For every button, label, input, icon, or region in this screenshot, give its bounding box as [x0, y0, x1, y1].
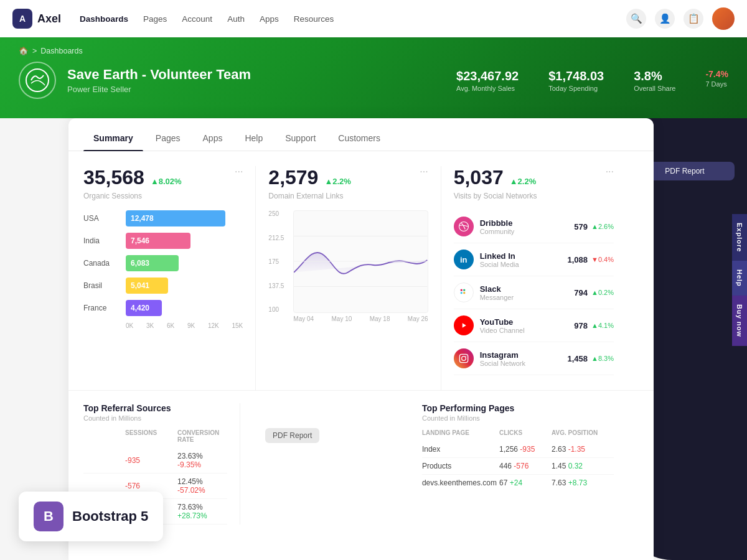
pages-subtitle: Counted in Millions [422, 414, 614, 422]
metric-menu-2[interactable]: ··· [420, 166, 428, 177]
breadcrumb-separator: > [32, 47, 37, 55]
bar-canada: 6,083 [126, 255, 179, 271]
bar-row: Brasil 5,041 [83, 278, 243, 294]
breadcrumb-current: Dashboards [40, 47, 82, 55]
hero-stats: $23,467.92 Avg. Monthly Sales $1,748.03 … [456, 69, 728, 92]
metric-organic-sessions: ··· 35,568 ▲8.02% Organic Sessions USA 1… [83, 166, 256, 390]
stat-7days: -7.4% 7 Days [705, 69, 728, 92]
organic-sessions-label: Organic Sessions [83, 192, 243, 200]
table-row: -935 23.63% -9.35% [83, 448, 227, 474]
organic-sessions-change: ▲8.02% [151, 177, 182, 186]
breadcrumb: 🏠 > Dashboards [19, 37, 728, 62]
stat-overall-share: 3.8% Overall Share [634, 69, 675, 92]
svg-rect-8 [463, 292, 465, 294]
bar-axis: 0K 3K 6K 9K 12K 15K [83, 322, 243, 329]
table-row: Products 446 -576 1.45 0.32 [422, 458, 614, 475]
team-logo [19, 62, 56, 99]
bar-row: USA 12,478 [83, 210, 243, 226]
hero-banner: 🏠 > Dashboards Save Earth - Volunteer Te… [0, 37, 747, 118]
nav-apps[interactable]: Apps [260, 12, 279, 26]
nav-auth[interactable]: Auth [227, 12, 245, 26]
brand-name: Axel [37, 12, 61, 26]
pdf-report-button[interactable]: PDF Report [265, 428, 319, 443]
home-icon[interactable]: 🏠 [19, 46, 29, 55]
brand[interactable]: A Axel [12, 9, 61, 29]
team-title: Save Earth - Volunteer Team [67, 67, 251, 83]
social-row-slack: Slack Messanger 794 ▲0.2% [454, 276, 614, 309]
nav-links: Dashboards Pages Account Auth Apps Resou… [80, 12, 626, 26]
bar-usa: 12,478 [126, 210, 225, 226]
metric-external-links: ··· 2,579 ▲2.2% Domain External Links 25… [268, 166, 441, 390]
hero-text: Save Earth - Volunteer Team Power Elite … [67, 67, 251, 94]
svg-point-11 [461, 357, 466, 361]
bar-row: India 7,546 [83, 233, 243, 249]
metrics-grid: ··· 35,568 ▲8.02% Organic Sessions USA 1… [68, 151, 654, 391]
external-links-change: ▲2.2% [324, 177, 351, 186]
table-row: Index 1,256 -935 2.63 -1.35 [422, 441, 614, 458]
notifications-button[interactable]: 👤 [655, 9, 675, 29]
explore-button[interactable]: Explore [732, 214, 747, 261]
slack-icon [454, 282, 474, 302]
bar-row: France 4,420 [83, 300, 243, 316]
tab-summary[interactable]: Summary [83, 128, 143, 151]
bootstrap-icon: B [34, 502, 63, 531]
referral-title: Top Referral Sources [83, 403, 227, 413]
team-subtitle: Power Elite Seller [67, 85, 251, 94]
social-row-dribbble: Dribbble Community 579 ▲2.6% [454, 210, 614, 243]
search-button[interactable]: 🔍 [626, 9, 646, 29]
external-links-label: Domain External Links [268, 192, 428, 200]
referral-subtitle: Counted in Millions [83, 414, 227, 422]
help-button[interactable]: Help [732, 261, 747, 296]
social-row-instagram: Instagram Social Network 1,458 ▲8.3% [454, 342, 614, 375]
instagram-icon [454, 348, 474, 368]
svg-marker-9 [462, 323, 466, 328]
tab-help[interactable]: Help [235, 128, 273, 151]
settings-button[interactable]: 📋 [684, 9, 703, 29]
bar-brasil: 5,041 [126, 278, 168, 294]
dribbble-icon [454, 217, 474, 236]
social-row-linkedin: in Linked In Social Media 1,088 ▼0.4% [454, 243, 614, 276]
social-networks-value: 5,037 [454, 166, 504, 189]
stat-today-spending: $1,748.03 Today Spending [548, 69, 604, 92]
tab-customers[interactable]: Customers [328, 128, 390, 151]
social-list: Dribbble Community 579 ▲2.6% in Linked I… [454, 210, 614, 375]
pdf-area: PDF Report [253, 403, 422, 525]
tab-bar: Summary Pages Apps Help Support Customer… [68, 118, 654, 151]
external-links-value: 2,579 [268, 166, 318, 189]
metric-menu-3[interactable]: ··· [606, 166, 614, 177]
top-pages-card: Top Performing Pages Counted in Millions… [422, 403, 626, 525]
table-row: devs.keenthemes.com 67 +24 7.63 +8.73 [422, 475, 614, 491]
nav-pages[interactable]: Pages [143, 12, 167, 26]
brand-icon: A [12, 9, 32, 29]
nav-account[interactable]: Account [182, 12, 212, 26]
tab-support[interactable]: Support [275, 128, 326, 151]
pages-title: Top Performing Pages [422, 403, 614, 413]
svg-point-12 [466, 356, 466, 357]
user-avatar[interactable] [712, 7, 735, 30]
bar-chart: USA 12,478 India 7,546 Canada [83, 210, 243, 329]
nav-dashboards[interactable]: Dashboards [80, 12, 128, 26]
tab-apps[interactable]: Apps [193, 128, 233, 151]
navbar: A Axel Dashboards Pages Account Auth App… [0, 0, 747, 37]
svg-rect-7 [463, 289, 465, 291]
side-buttons: Explore Help Buy now [732, 214, 747, 346]
nav-resources[interactable]: Resources [294, 12, 334, 26]
linkedin-icon: in [454, 250, 474, 269]
bootstrap-text: Bootstrap 5 [72, 508, 148, 525]
stat-monthly-sales: $23,467.92 Avg. Monthly Sales [456, 69, 519, 92]
bootstrap-badge: B Bootstrap 5 [19, 492, 163, 541]
social-networks-change: ▲2.2% [510, 177, 537, 186]
buy-now-button[interactable]: Buy now [732, 296, 747, 346]
bar-india: 7,546 [126, 233, 190, 249]
svg-rect-5 [460, 289, 462, 291]
svg-rect-10 [459, 354, 467, 362]
metric-menu-1[interactable]: ··· [235, 166, 243, 177]
youtube-icon [454, 315, 474, 335]
tab-pages[interactable]: Pages [146, 128, 190, 151]
social-networks-label: Visits by Social Networks [454, 192, 614, 200]
nav-right: 🔍 👤 📋 [626, 7, 735, 30]
line-chart-container: 250 212.5 175 137.5 100 [268, 210, 428, 322]
metric-social-networks: ··· 5,037 ▲2.2% Visits by Social Network… [454, 166, 626, 390]
pages-table: LANDING PAGE CLICKS AVG. POSITION Index … [422, 429, 614, 491]
organic-sessions-value: 35,568 [83, 166, 144, 189]
